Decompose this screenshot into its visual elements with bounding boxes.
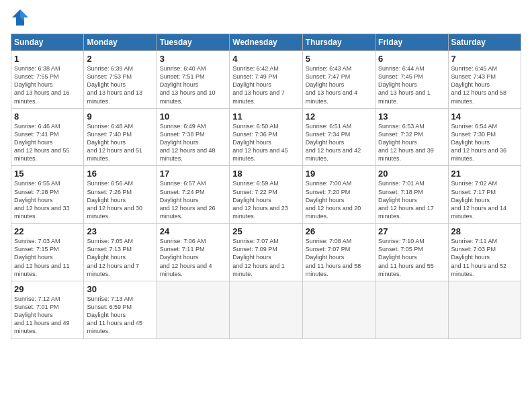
- calendar-table: SundayMondayTuesdayWednesdayThursdayFrid…: [11, 34, 521, 339]
- day-info: Sunrise: 7:12 AMSunset: 7:01 PMDaylight …: [14, 295, 81, 336]
- day-header-thursday: Thursday: [302, 34, 375, 51]
- day-number: 23: [87, 226, 153, 236]
- day-info: Sunrise: 7:02 AMSunset: 7:17 PMDaylight …: [451, 179, 518, 220]
- day-number: 28: [451, 226, 518, 236]
- day-info: Sunrise: 6:54 AMSunset: 7:30 PMDaylight …: [451, 122, 518, 163]
- day-info: Sunrise: 7:10 AMSunset: 7:05 PMDaylight …: [378, 237, 445, 278]
- day-number: 15: [14, 169, 81, 179]
- day-header-sunday: Sunday: [11, 34, 84, 51]
- table-row: 11Sunrise: 6:50 AMSunset: 7:36 PMDayligh…: [230, 108, 302, 166]
- header-row: SundayMondayTuesdayWednesdayThursdayFrid…: [11, 34, 521, 51]
- table-row: 15Sunrise: 6:55 AMSunset: 7:28 PMDayligh…: [11, 166, 84, 224]
- calendar-week-row: 15Sunrise: 6:55 AMSunset: 7:28 PMDayligh…: [11, 166, 521, 224]
- day-number: 19: [306, 169, 372, 179]
- day-info: Sunrise: 6:44 AMSunset: 7:45 PMDaylight …: [378, 64, 445, 105]
- table-row: 4Sunrise: 6:42 AMSunset: 7:49 PMDaylight…: [230, 51, 302, 109]
- day-info: Sunrise: 6:43 AMSunset: 7:47 PMDaylight …: [306, 64, 372, 105]
- day-info: Sunrise: 6:59 AMSunset: 7:22 PMDaylight …: [232, 179, 299, 220]
- day-info: Sunrise: 7:03 AMSunset: 7:15 PMDaylight …: [14, 237, 81, 278]
- day-info: Sunrise: 7:06 AMSunset: 7:11 PMDaylight …: [160, 237, 226, 278]
- day-header-friday: Friday: [375, 34, 448, 51]
- day-info: Sunrise: 7:08 AMSunset: 7:07 PMDaylight …: [306, 237, 372, 278]
- day-info: Sunrise: 6:42 AMSunset: 7:49 PMDaylight …: [232, 64, 299, 105]
- day-info: Sunrise: 6:51 AMSunset: 7:34 PMDaylight …: [306, 122, 372, 163]
- day-info: Sunrise: 6:39 AMSunset: 7:53 PMDaylight …: [87, 64, 153, 105]
- page-container: SundayMondayTuesdayWednesdayThursdayFrid…: [0, 0, 532, 345]
- day-number: 30: [87, 284, 153, 294]
- day-number: 5: [306, 54, 372, 64]
- day-number: 1: [14, 54, 81, 64]
- day-number: 6: [378, 54, 445, 64]
- day-number: 8: [14, 111, 81, 122]
- day-number: 3: [160, 54, 226, 64]
- table-row: 2Sunrise: 6:39 AMSunset: 7:53 PMDaylight…: [84, 51, 157, 109]
- table-row: 12Sunrise: 6:51 AMSunset: 7:34 PMDayligh…: [302, 108, 375, 166]
- calendar-week-row: 29Sunrise: 7:12 AMSunset: 7:01 PMDayligh…: [11, 281, 521, 338]
- table-row: 14Sunrise: 6:54 AMSunset: 7:30 PMDayligh…: [448, 108, 521, 166]
- table-row: [302, 281, 375, 338]
- day-number: 14: [451, 111, 518, 122]
- day-number: 27: [378, 226, 445, 236]
- table-row: [157, 281, 229, 338]
- table-row: 25Sunrise: 7:07 AMSunset: 7:09 PMDayligh…: [230, 224, 302, 281]
- table-row: 1Sunrise: 6:38 AMSunset: 7:55 PMDaylight…: [11, 51, 84, 109]
- day-info: Sunrise: 6:45 AMSunset: 7:43 PMDaylight …: [451, 64, 518, 105]
- table-row: 19Sunrise: 7:00 AMSunset: 7:20 PMDayligh…: [302, 166, 375, 224]
- day-info: Sunrise: 6:53 AMSunset: 7:32 PMDaylight …: [378, 122, 445, 163]
- day-info: Sunrise: 6:48 AMSunset: 7:40 PMDaylight …: [87, 122, 153, 163]
- table-row: 21Sunrise: 7:02 AMSunset: 7:17 PMDayligh…: [448, 166, 521, 224]
- table-row: 23Sunrise: 7:05 AMSunset: 7:13 PMDayligh…: [84, 224, 157, 281]
- day-info: Sunrise: 6:40 AMSunset: 7:51 PMDaylight …: [160, 64, 226, 105]
- day-header-tuesday: Tuesday: [157, 34, 229, 51]
- day-number: 10: [160, 111, 226, 122]
- day-number: 13: [378, 111, 445, 122]
- table-row: 10Sunrise: 6:49 AMSunset: 7:38 PMDayligh…: [157, 108, 229, 166]
- day-info: Sunrise: 6:57 AMSunset: 7:24 PMDaylight …: [160, 179, 226, 220]
- day-info: Sunrise: 7:13 AMSunset: 6:59 PMDaylight …: [87, 295, 153, 336]
- table-row: 18Sunrise: 6:59 AMSunset: 7:22 PMDayligh…: [230, 166, 302, 224]
- day-number: 12: [306, 111, 372, 122]
- day-info: Sunrise: 6:38 AMSunset: 7:55 PMDaylight …: [14, 64, 81, 105]
- day-info: Sunrise: 7:07 AMSunset: 7:09 PMDaylight …: [232, 237, 299, 278]
- table-row: 9Sunrise: 6:48 AMSunset: 7:40 PMDaylight…: [84, 108, 157, 166]
- table-row: 7Sunrise: 6:45 AMSunset: 7:43 PMDaylight…: [448, 51, 521, 109]
- day-number: 29: [14, 284, 81, 294]
- table-row: 17Sunrise: 6:57 AMSunset: 7:24 PMDayligh…: [157, 166, 229, 224]
- day-number: 17: [160, 169, 226, 179]
- day-number: 18: [232, 169, 299, 179]
- day-number: 26: [306, 226, 372, 236]
- table-row: [448, 281, 521, 338]
- table-row: 13Sunrise: 6:53 AMSunset: 7:32 PMDayligh…: [375, 108, 448, 166]
- day-number: 11: [232, 111, 299, 122]
- table-row: 29Sunrise: 7:12 AMSunset: 7:01 PMDayligh…: [11, 281, 84, 338]
- table-row: 30Sunrise: 7:13 AMSunset: 6:59 PMDayligh…: [84, 281, 157, 338]
- day-info: Sunrise: 7:11 AMSunset: 7:03 PMDaylight …: [451, 237, 518, 278]
- table-row: 6Sunrise: 6:44 AMSunset: 7:45 PMDaylight…: [375, 51, 448, 109]
- day-number: 16: [87, 169, 153, 179]
- day-number: 21: [451, 169, 518, 179]
- table-row: 8Sunrise: 6:46 AMSunset: 7:41 PMDaylight…: [11, 108, 84, 166]
- table-row: 27Sunrise: 7:10 AMSunset: 7:05 PMDayligh…: [375, 224, 448, 281]
- day-info: Sunrise: 7:00 AMSunset: 7:20 PMDaylight …: [306, 179, 372, 220]
- day-info: Sunrise: 6:56 AMSunset: 7:26 PMDaylight …: [87, 179, 153, 220]
- day-number: 7: [451, 54, 518, 64]
- day-number: 2: [87, 54, 153, 64]
- table-row: 28Sunrise: 7:11 AMSunset: 7:03 PMDayligh…: [448, 224, 521, 281]
- calendar-week-row: 8Sunrise: 6:46 AMSunset: 7:41 PMDaylight…: [11, 108, 521, 166]
- day-info: Sunrise: 6:55 AMSunset: 7:28 PMDaylight …: [14, 179, 81, 220]
- day-header-saturday: Saturday: [448, 34, 521, 51]
- day-info: Sunrise: 7:05 AMSunset: 7:13 PMDaylight …: [87, 237, 153, 278]
- calendar-week-row: 1Sunrise: 6:38 AMSunset: 7:55 PMDaylight…: [11, 51, 521, 109]
- table-row: 24Sunrise: 7:06 AMSunset: 7:11 PMDayligh…: [157, 224, 229, 281]
- day-info: Sunrise: 7:01 AMSunset: 7:18 PMDaylight …: [378, 179, 445, 220]
- header: [11, 11, 521, 27]
- logo-icon: [11, 8, 30, 27]
- table-row: 22Sunrise: 7:03 AMSunset: 7:15 PMDayligh…: [11, 224, 84, 281]
- table-row: 3Sunrise: 6:40 AMSunset: 7:51 PMDaylight…: [157, 51, 229, 109]
- logo-area: [11, 11, 31, 27]
- table-row: 20Sunrise: 7:01 AMSunset: 7:18 PMDayligh…: [375, 166, 448, 224]
- day-info: Sunrise: 6:49 AMSunset: 7:38 PMDaylight …: [160, 122, 226, 163]
- table-row: 5Sunrise: 6:43 AMSunset: 7:47 PMDaylight…: [302, 51, 375, 109]
- day-number: 22: [14, 226, 81, 236]
- table-row: [230, 281, 302, 338]
